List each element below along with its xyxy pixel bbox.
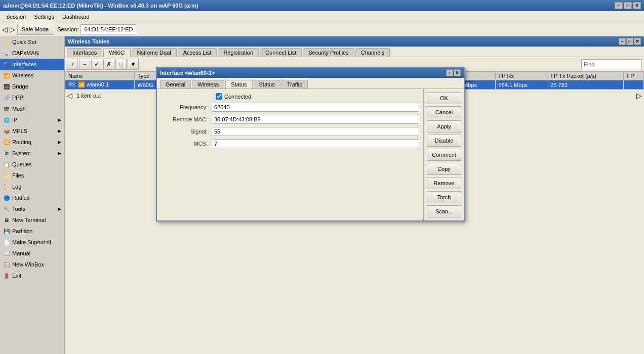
sidebar-item-interfaces[interactable]: 🔌 Interfaces [0, 59, 64, 70]
sidebar-item-radius[interactable]: 🔵 Radius [0, 192, 64, 203]
minimize-button[interactable]: − [615, 2, 623, 9]
sidebar-item-tools[interactable]: 🔧 Tools ▶ [0, 203, 64, 214]
cancel-button[interactable]: Cancel [427, 106, 461, 118]
torch-button[interactable]: Torch [427, 191, 461, 203]
dialog-buttons: OK Cancel Apply Disable Comment Copy Rem… [423, 89, 464, 220]
sidebar-label-mpls: MPLS [12, 128, 27, 134]
mpls-icon: 📦 [3, 127, 10, 135]
sidebar-label-radius: Radius [12, 195, 29, 201]
sidebar-label-routing: Routing [12, 139, 31, 145]
sidebar-label-queues: Queues [12, 161, 32, 167]
main-toolbar: ◁ ▷ Safe Mode Session: 64:D1:54:EE:12:ED [0, 22, 644, 36]
connected-row: Connected [161, 93, 419, 100]
scan-button[interactable]: Scan... [427, 205, 461, 217]
dialog-titlebar: Interface <wlan60-1> − ✕ [157, 68, 464, 78]
connected-checkbox[interactable] [216, 93, 222, 100]
sidebar-label-mesh: Mesh [12, 106, 26, 112]
sidebar-label-files: Files [12, 172, 24, 179]
manual-icon: 📖 [3, 250, 10, 257]
sidebar-label-system: System [12, 150, 31, 156]
dialog-tab-wireless[interactable]: Wireless [192, 80, 224, 88]
sidebar-item-exit[interactable]: 🚪 Exit [0, 270, 64, 281]
sidebar-label-ppp: PPP [12, 95, 23, 101]
apply-button[interactable]: Apply [427, 120, 461, 132]
system-icon: ⚙ [3, 150, 10, 157]
quick-set-icon: ⚡ [3, 38, 10, 46]
session-label: Session: [57, 26, 78, 32]
sidebar-label-exit: Exit [12, 273, 21, 279]
ip-icon: 🌐 [3, 116, 10, 123]
sidebar-item-files[interactable]: 📁 Files [0, 170, 64, 181]
sidebar-label-new-winbox: New WinBox [12, 261, 44, 268]
ok-button[interactable]: OK [427, 92, 461, 104]
sidebar-item-bridge[interactable]: 🌉 Bridge [0, 81, 64, 92]
sidebar-item-log[interactable]: 📜 Log [0, 181, 64, 192]
sidebar-item-wireless[interactable]: 📶 Wireless [0, 70, 64, 81]
ppp-icon: 🔗 [3, 94, 10, 101]
main-layout: ⚡ Quick Set 📡 CAPsMAN 🔌 Interfaces 📶 Wir… [0, 36, 644, 354]
menu-settings[interactable]: Settings [30, 13, 58, 21]
comment-button[interactable]: Comment [427, 149, 461, 161]
close-button[interactable]: ✕ [633, 2, 641, 9]
dialog-overlay: Interface <wlan60-1> − ✕ General Wireles… [65, 36, 644, 354]
bridge-icon: 🌉 [3, 83, 10, 90]
sidebar-item-make-supout[interactable]: 📄 Make Supout.rif [0, 237, 64, 248]
dialog-title: Interface <wlan60-1> [160, 70, 446, 76]
menu-session[interactable]: Session [2, 13, 30, 21]
maximize-button[interactable]: □ [624, 2, 632, 9]
safe-mode-button[interactable]: Safe Mode [17, 24, 53, 35]
remote-mac-row: Remote MAC: [161, 115, 419, 124]
sidebar-item-new-terminal[interactable]: 🖥 New Terminal [0, 214, 64, 226]
dialog-close-button[interactable]: ✕ [454, 69, 461, 76]
app-title: admin@64:D1:54:EE:12:ED (MikroTik) - Win… [3, 3, 615, 9]
files-icon: 📁 [3, 172, 10, 179]
menu-bar: Session Settings Dashboard [0, 11, 644, 22]
routing-arrow: ▶ [58, 140, 61, 145]
sidebar: ⚡ Quick Set 📡 CAPsMAN 🔌 Interfaces 📶 Wir… [0, 36, 65, 354]
dialog-tab-status2[interactable]: Status [254, 80, 280, 88]
log-icon: 📜 [3, 183, 10, 190]
new-winbox-icon: 🪟 [3, 261, 10, 268]
sidebar-item-queues[interactable]: 📋 Queues [0, 159, 64, 170]
connected-label: Connected [224, 94, 251, 100]
sidebar-item-ppp[interactable]: 🔗 PPP [0, 92, 64, 103]
dialog-tab-general[interactable]: General [160, 80, 191, 88]
radius-icon: 🔵 [3, 194, 10, 201]
sidebar-item-manual[interactable]: 📖 Manual [0, 248, 64, 259]
nav-forward-icon[interactable]: ▷ [10, 25, 15, 33]
sidebar-item-routing[interactable]: 🔀 Routing ▶ [0, 137, 64, 148]
copy-button[interactable]: Copy [427, 163, 461, 175]
partition-icon: 💾 [3, 228, 10, 235]
dialog-tab-status[interactable]: Status [225, 80, 252, 88]
sidebar-label-interfaces: Interfaces [12, 61, 36, 67]
sidebar-item-partition[interactable]: 💾 Partition [0, 226, 64, 237]
sidebar-item-mpls[interactable]: 📦 MPLS ▶ [0, 125, 64, 137]
nav-back-icon[interactable]: ◁ [2, 25, 8, 33]
sidebar-label-capsman: CAPsMAN [12, 50, 39, 56]
disable-button[interactable]: Disable [427, 135, 461, 147]
sidebar-item-mesh[interactable]: 🕸 Mesh [0, 103, 64, 114]
signal-input[interactable] [212, 127, 419, 136]
dialog-minimize-button[interactable]: − [446, 69, 453, 76]
sidebar-item-capsman[interactable]: 📡 CAPsMAN [0, 48, 64, 59]
sidebar-label-new-terminal: New Terminal [12, 217, 46, 223]
dialog-tab-traffic[interactable]: Traffic [281, 80, 308, 88]
tools-icon: 🔧 [3, 205, 10, 212]
sidebar-label-make-supout: Make Supout.rif [12, 239, 51, 245]
mcs-input[interactable] [212, 139, 419, 148]
frequency-input[interactable] [212, 103, 419, 112]
wireless-icon: 📶 [3, 72, 10, 79]
capsman-icon: 📡 [3, 50, 10, 57]
mesh-icon: 🕸 [3, 105, 10, 112]
sidebar-item-ip[interactable]: 🌐 IP ▶ [0, 114, 64, 125]
title-bar-controls: − □ ✕ [615, 2, 641, 9]
remote-mac-label: Remote MAC: [161, 116, 212, 122]
tab-w60g[interactable]: W60G [103, 48, 130, 57]
remote-mac-input[interactable] [212, 115, 419, 124]
remove-button[interactable]: Remove [427, 177, 461, 189]
sidebar-item-system[interactable]: ⚙ System ▶ [0, 148, 64, 159]
sidebar-item-quick-set[interactable]: ⚡ Quick Set [0, 36, 64, 48]
sidebar-label-tools: Tools [12, 206, 25, 212]
menu-dashboard[interactable]: Dashboard [58, 13, 94, 21]
sidebar-item-new-winbox[interactable]: 🪟 New WinBox [0, 259, 64, 270]
